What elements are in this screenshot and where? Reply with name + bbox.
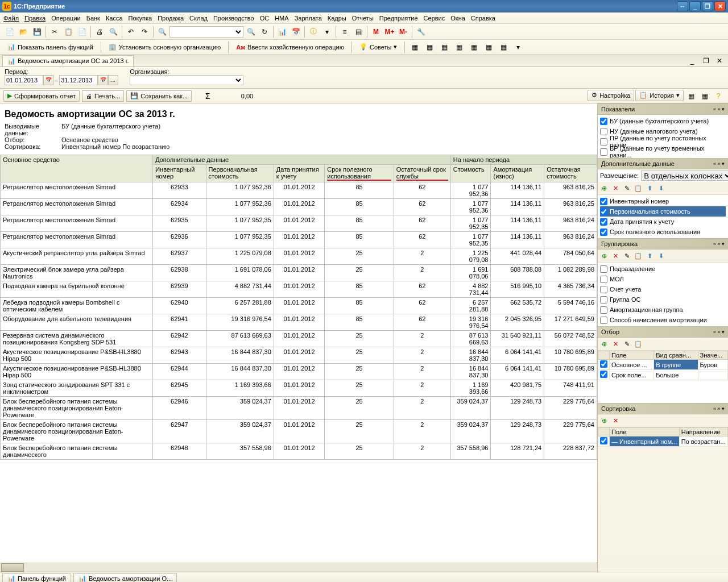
table-row[interactable]: Акустическое позиционирование P&SB-HL388…	[1, 347, 597, 364]
panel-icon1[interactable]: ▦	[685, 90, 697, 102]
flt-delete-icon[interactable]: ✕	[610, 339, 621, 349]
table-row[interactable]: Ретранслятор местоположения Simrad629341…	[1, 199, 597, 215]
save-as-button[interactable]: 💾 Сохранить как...	[126, 90, 192, 102]
new-icon[interactable]: 📄	[3, 26, 16, 38]
grouping-header[interactable]: Группировка« » ▾	[598, 238, 728, 250]
calendar-icon[interactable]: 📅	[289, 26, 302, 38]
menu-sale[interactable]: Продажа	[158, 15, 184, 22]
flt-copy-icon[interactable]: 📋	[633, 339, 643, 349]
grp-delete-icon[interactable]: ✕	[610, 251, 621, 261]
m-minus-icon[interactable]: M-	[397, 26, 410, 38]
list-item[interactable]: МОЛ	[600, 274, 726, 284]
menu-hr[interactable]: Кадры	[328, 15, 346, 22]
print-icon[interactable]: 🖨	[93, 26, 106, 38]
m-icon[interactable]: M	[370, 26, 382, 38]
table-row[interactable]: Электрический блок замера угла райзера N…	[1, 265, 597, 281]
list-item[interactable]: Дата принятия к учету	[600, 217, 726, 227]
list-item[interactable]: ВР (данные по учету временных разни...	[600, 147, 726, 157]
tree-icon[interactable]: ▤	[352, 26, 365, 38]
table-row[interactable]: Блок бесперебойного питания системы дина…	[1, 397, 597, 420]
tb2-icon3[interactable]: ▦	[438, 41, 450, 53]
table-row[interactable]: Лебедка подводной камеры Bombshell с опт…	[1, 298, 597, 314]
extra-add-icon[interactable]: ⊕	[599, 183, 609, 193]
menu-edit[interactable]: Правка	[24, 15, 46, 22]
close-button[interactable]: ✕	[714, 1, 726, 11]
tb2-icon2[interactable]: ▦	[423, 41, 436, 53]
enter-op-button[interactable]: Аж Ввести хозяйственную операцию	[232, 41, 348, 53]
filter-row[interactable]: Основное ...В группеБуров	[598, 360, 728, 370]
show-panel-button[interactable]: 📊 Показать панель функций	[3, 41, 97, 53]
extra-delete-icon[interactable]: ✕	[610, 183, 621, 193]
date-to-input[interactable]	[59, 75, 98, 85]
panel-functions-button[interactable]: 📊 Панель функций	[2, 573, 71, 583]
menu-service[interactable]: Сервис	[424, 15, 445, 22]
table-row[interactable]: Резервная система динамического позицион…	[1, 331, 597, 347]
set-org-button[interactable]: 🏢 Установить основную организацию	[105, 41, 225, 53]
list-item[interactable]: Подразделение	[600, 264, 726, 274]
date-from-calendar-button[interactable]: 📅	[43, 75, 53, 85]
table-row[interactable]: Акустическое позиционирование P&SB-HL388…	[1, 364, 597, 380]
menu-fixedassets[interactable]: ОС	[260, 15, 270, 22]
grp-up-icon[interactable]: ⬆	[644, 251, 655, 261]
toggle-button[interactable]: ↔	[677, 1, 688, 11]
menu-bank[interactable]: Банк	[86, 15, 100, 22]
redo-icon[interactable]: ↷	[138, 26, 151, 38]
info-icon[interactable]: ⓘ	[307, 26, 320, 38]
maximize-button[interactable]: ❐	[702, 1, 713, 11]
menu-windows[interactable]: Окна	[450, 15, 465, 22]
table-row[interactable]: Зонд статического зондирования SPT 331 с…	[1, 380, 597, 397]
copy-icon[interactable]: 📋	[62, 26, 75, 38]
m-plus-icon[interactable]: M+	[383, 26, 396, 38]
placement-select[interactable]: В отдельных колонках	[641, 171, 728, 181]
tab-restore-button[interactable]: _	[686, 55, 698, 67]
date-from-input[interactable]	[5, 75, 43, 85]
flt-add-icon[interactable]: ⊕	[599, 339, 609, 349]
list-item[interactable]: Счет учета	[600, 284, 726, 294]
list-item[interactable]: Группа ОС	[600, 294, 726, 305]
sort-header[interactable]: Сортировка« » ▾	[598, 403, 728, 414]
print-button[interactable]: 🖨 Печать...	[82, 90, 124, 102]
menu-cash[interactable]: Касса	[106, 15, 123, 22]
table-row[interactable]: Ретранслятор местоположения Simrad629331…	[1, 182, 597, 199]
table-row[interactable]: Блок бесперебойного питания системы дина…	[1, 420, 597, 443]
menu-purchase[interactable]: Покупка	[129, 15, 152, 22]
history-button[interactable]: 📋 История ▾	[635, 90, 684, 101]
calc-icon[interactable]: 📊	[276, 26, 288, 38]
help-icon[interactable]: ?	[712, 90, 725, 102]
list-item[interactable]: Амортизационная группа	[600, 305, 726, 315]
tb2-icon7[interactable]: ▦	[497, 41, 510, 53]
tb2-icon6[interactable]: ▦	[482, 41, 495, 53]
flt-edit-icon[interactable]: ✎	[622, 339, 632, 349]
menu-help[interactable]: Справка	[471, 15, 495, 22]
menu-warehouse[interactable]: Склад	[189, 15, 208, 22]
table-row[interactable]: Подводная камера на бурильной колонне629…	[1, 281, 597, 298]
grp-edit-icon[interactable]: ✎	[622, 251, 632, 261]
list-item[interactable]: Способ начисления амортизации	[600, 315, 726, 325]
list-item[interactable]: БУ (данные бухгалтерского учета)	[600, 116, 726, 126]
period-select-button[interactable]: ...	[108, 75, 118, 85]
form-report-button[interactable]: ▶ Сформировать отчет	[3, 90, 80, 102]
table-row[interactable]: Блок бесперебойного питания системы дина…	[1, 443, 597, 460]
dropdown-icon[interactable]: ▾	[321, 26, 333, 38]
sort-row[interactable]: — Инвентарный ном...По возрастан...	[598, 436, 728, 447]
tools-icon[interactable]: 🔧	[415, 26, 427, 38]
report-tab[interactable]: 📊 Ведомость амортизации ОС за 2013 г.	[2, 55, 134, 66]
extra-copy-icon[interactable]: 📋	[633, 183, 643, 193]
tab-close-button[interactable]: ✕	[713, 55, 726, 67]
menu-operations[interactable]: Операции	[51, 15, 80, 22]
menu-production[interactable]: Производство	[213, 15, 254, 22]
report-window-button[interactable]: 📊 Ведомость амортизации О...	[73, 573, 177, 583]
list-item[interactable]: Первоначальная стоимость	[600, 206, 726, 217]
menu-file[interactable]: Файл	[3, 15, 19, 22]
horizontal-scrollbar[interactable]	[0, 563, 597, 572]
settings-button[interactable]: ⚙ Настройка	[588, 90, 634, 101]
table-row[interactable]: Ретранслятор местоположения Simrad629351…	[1, 215, 597, 232]
sort-add-icon[interactable]: ⊕	[599, 415, 609, 426]
extra-header[interactable]: Дополнительные данные« » ▾	[598, 158, 728, 169]
grp-add-icon[interactable]: ⊕	[599, 251, 609, 261]
table-row[interactable]: Акустический ретранслятор угла райзера S…	[1, 248, 597, 265]
date-to-calendar-button[interactable]: 📅	[98, 75, 108, 85]
table-row[interactable]: Ретранслятор местоположения Simrad629361…	[1, 232, 597, 248]
search-combo[interactable]	[169, 26, 243, 38]
preview-icon[interactable]: 🔍	[107, 26, 119, 38]
